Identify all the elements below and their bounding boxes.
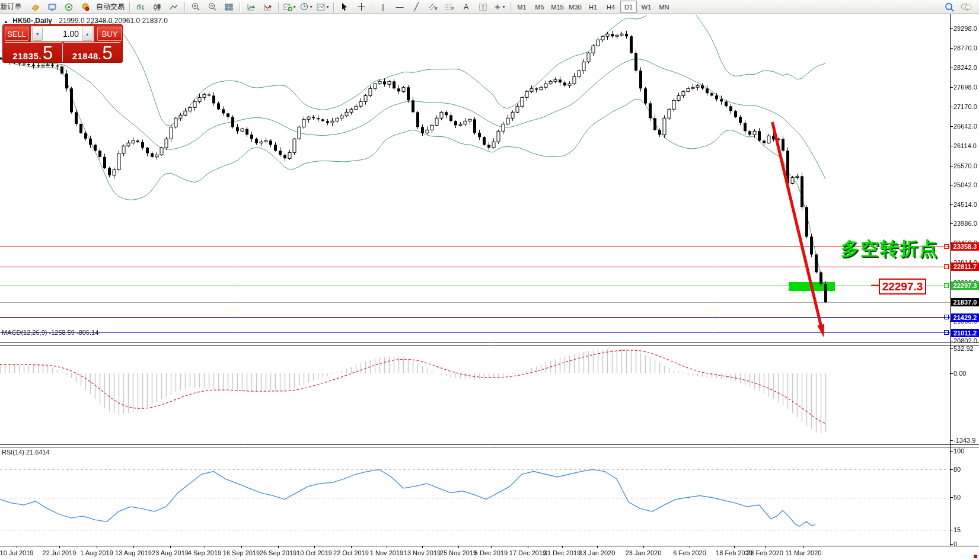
price-tick: 23986.0 [954, 220, 977, 227]
turning-point-annotation: 多空转折点 [841, 236, 939, 261]
date-tick-label: 13 Nov 2019 [404, 549, 441, 556]
price-tick: 29298.0 [954, 25, 977, 32]
rsi-label: RSI(14) 21.6414 [2, 449, 50, 456]
timeframe-m1[interactable]: M1 [514, 1, 530, 13]
cursor-icon[interactable] [336, 1, 353, 14]
rsi-scale-tick: 0 [954, 540, 957, 548]
price-tag-annotation[interactable]: 22297.3 [879, 279, 926, 295]
spinner-down-icon: ▼ [36, 32, 40, 36]
timeframe-mn[interactable]: MN [656, 1, 672, 13]
timeframe-m30[interactable]: M30 [567, 1, 583, 13]
chart-canvas[interactable] [0, 0, 979, 560]
volume-increase-button[interactable]: ▲ [82, 27, 93, 41]
crosshair-icon[interactable] [353, 1, 369, 14]
panel-divider [5, 42, 62, 43]
zoom-out-icon[interactable] [204, 1, 221, 14]
line-chart-type-icon[interactable] [165, 1, 182, 14]
date-tick-label: 16 Sep 2019 [223, 549, 260, 556]
timeframe-m15[interactable]: M15 [549, 1, 566, 13]
price-line-label: 21429.2 [951, 313, 979, 322]
new-order-button[interactable]: 新订单 [0, 1, 27, 14]
buy-price-pip: 5 [103, 46, 113, 61]
market-watch-icon[interactable] [44, 1, 60, 14]
macd-scale-tick: 532.92 [954, 345, 974, 352]
price-line-label: 21837.0 [951, 298, 979, 306]
candlestick-type-icon[interactable] [149, 1, 165, 14]
rsi-scale-tick: 100 [954, 447, 964, 455]
timeframe-group: M1M5M15M30H1H4D1W1MN [513, 0, 673, 14]
macd-scale-tick: -1343.9 [954, 437, 975, 444]
toolbar-separator [278, 2, 279, 12]
macd-scale-tick: 0.00 [954, 370, 966, 377]
collapse-triangle-icon[interactable]: ▲ [4, 19, 8, 24]
timeframe-h1[interactable]: H1 [585, 1, 601, 13]
date-tick-label: 31 Dec 2019 [544, 549, 581, 556]
date-tick-label: 4 Sep 2019 [188, 549, 221, 556]
macd-values: -1258.59 -806.14 [49, 329, 98, 336]
fibonacci-letter: F [451, 7, 454, 11]
price-tick: 26114.0 [954, 142, 977, 149]
indicators-up-icon[interactable] [243, 1, 259, 14]
horizontal-line-glyph: — [396, 2, 404, 11]
date-tick-label: 28 Feb 2020 [747, 549, 783, 556]
date-tick-label: 22 Jul 2019 [43, 549, 76, 556]
timeframe-h4[interactable]: H4 [602, 1, 619, 13]
rsi-value: 21.6414 [26, 449, 50, 456]
toolbar-separator [333, 2, 334, 12]
text-label-tool[interactable]: T [474, 1, 491, 14]
timeframe-m5[interactable]: M5 [531, 1, 548, 13]
chat-icon[interactable] [958, 1, 974, 14]
buy-price[interactable]: 21848.5 [63, 43, 123, 62]
spinner-up-icon: ▲ [85, 32, 90, 36]
autotrade-button[interactable]: 自动交易 [94, 1, 127, 14]
price-tick: 26642.0 [954, 123, 977, 130]
templates-icon[interactable]: ▾ [314, 1, 331, 14]
timeframe-d1[interactable]: D1 [620, 1, 637, 13]
tile-windows-icon[interactable] [221, 1, 237, 14]
signal-icon[interactable] [60, 1, 77, 14]
mt4-window: { "toolbar": { "new_order": "新订单", "auto… [0, 0, 979, 560]
arrows-tool[interactable]: ▾ [491, 1, 508, 14]
toolbar-separator [240, 2, 240, 12]
channel-letter: E [435, 7, 438, 11]
new-order-label: 新订单 [1, 2, 22, 12]
buy-button[interactable]: BUY [97, 27, 122, 41]
autotrade-label: 自动交易 [96, 2, 125, 12]
zoom-in-icon[interactable] [187, 1, 204, 14]
text-tool[interactable]: A [458, 1, 474, 14]
sell-price[interactable]: 21835.5 [3, 43, 63, 62]
price-tick: 28770.0 [954, 44, 977, 52]
search-icon[interactable] [941, 1, 958, 14]
new-chart-icon[interactable]: ▾ [281, 1, 298, 14]
price-line-label: 21011.2 [951, 329, 979, 337]
indicators-down-icon[interactable] [259, 1, 276, 14]
date-tick-label: 23 Aug 2019 [152, 549, 189, 556]
price-tick: 25042.0 [954, 181, 977, 188]
order-book-icon[interactable] [27, 1, 44, 14]
buy-label: BUY [102, 30, 118, 39]
trendline-tool[interactable]: ╱ [408, 1, 425, 14]
vertical-line-tool[interactable]: | [375, 1, 391, 14]
date-tick-label: 1 Nov 2019 [370, 549, 403, 556]
horizontal-line-tool[interactable]: — [391, 1, 408, 14]
period-clock-icon[interactable]: ▾ [298, 1, 314, 14]
toolbar-separator [184, 2, 185, 12]
top-toolbar: 新订单 自动交易 ▾ ▾ ▾ | — ╱ E F A T [0, 0, 979, 14]
price-tick: 28242.0 [954, 64, 977, 71]
sell-button[interactable]: SELL [5, 27, 28, 41]
sell-price-main: 21835 [12, 51, 39, 61]
fibonacci-tool[interactable]: F [441, 1, 458, 14]
volume-decrease-button[interactable]: ▼ [32, 27, 43, 41]
autotrade-icon[interactable] [77, 1, 94, 14]
date-tick-label: 13 Jan 2020 [579, 549, 616, 556]
volume-input[interactable]: 1.00 [43, 29, 81, 39]
date-tick-label: 23 Jan 2020 [626, 549, 662, 556]
macd-label: MACD(12,26,9) -1258.59 -806.14 [2, 329, 98, 336]
channel-tool[interactable]: E [425, 1, 441, 14]
buy-price-main: 21848 [72, 51, 98, 61]
rsi-scale-tick: 80 [954, 466, 961, 473]
date-tick-label: 10 Jul 2019 [0, 549, 33, 556]
price-tick: 24514.0 [954, 201, 977, 208]
timeframe-w1[interactable]: W1 [638, 1, 655, 13]
bar-chart-type-icon[interactable] [132, 1, 149, 14]
